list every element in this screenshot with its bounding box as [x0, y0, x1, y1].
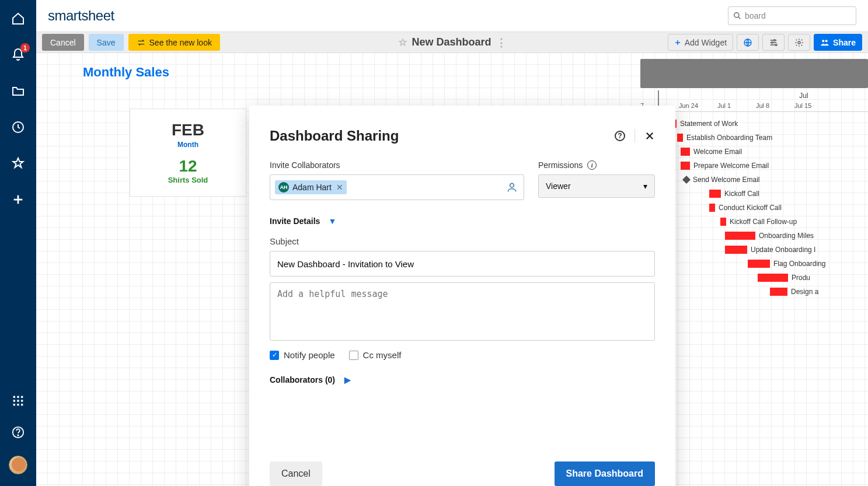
- modal-cancel-button[interactable]: Cancel: [270, 461, 322, 486]
- gantt-task-label: Kickoff Call: [724, 190, 759, 198]
- modal-share-button[interactable]: Share Dashboard: [555, 461, 655, 486]
- gantt-bar: [770, 288, 787, 296]
- notification-badge: 1: [20, 43, 30, 53]
- milestone-icon: [682, 176, 691, 184]
- svg-rect-8: [17, 404, 19, 405]
- notifications-icon[interactable]: 1: [10, 47, 26, 63]
- gantt-task-label: Produ: [792, 274, 810, 282]
- checkbox-unchecked-icon: [349, 351, 358, 360]
- invite-label: Invite Collaborators: [270, 160, 524, 170]
- svg-point-20: [510, 183, 514, 187]
- gantt-col: Jul 1: [717, 102, 750, 109]
- metric-value-sub: Shirts Sold: [136, 176, 240, 184]
- gantt-bar: [725, 246, 747, 254]
- invite-details-toggle[interactable]: Invite Details ▼: [270, 216, 655, 226]
- gantt-task-label: Update Onboarding I: [751, 246, 815, 254]
- gantt-month: Jul: [635, 92, 868, 100]
- gantt-col: Jul 8: [756, 102, 789, 109]
- modal-title: Dashboard Sharing: [270, 128, 399, 144]
- apps-icon[interactable]: [10, 393, 26, 409]
- favorites-icon[interactable]: [10, 155, 26, 172]
- svg-point-12: [734, 13, 739, 18]
- gantt-bar: [725, 232, 755, 240]
- gantt-task-label: Conduct Kickoff Call: [719, 204, 782, 212]
- metric-month-sub: Month: [136, 141, 240, 149]
- search-input[interactable]: board: [728, 6, 856, 25]
- info-icon[interactable]: i: [587, 160, 597, 170]
- dashboard-canvas[interactable]: Monthly Sales FEB Month 12 Shirts Sold J…: [36, 53, 868, 486]
- cc-checkbox[interactable]: Cc myself: [349, 350, 402, 360]
- svg-point-18: [822, 40, 824, 42]
- new-look-button[interactable]: See the new look: [128, 34, 220, 51]
- caret-down-icon: ▼: [328, 216, 336, 226]
- svg-rect-6: [21, 400, 23, 401]
- gantt-bar: [681, 148, 690, 156]
- gantt-bar: [681, 162, 690, 170]
- gantt-header-bar: [640, 59, 868, 88]
- metric-card[interactable]: FEB Month 12 Shirts Sold: [130, 109, 246, 197]
- gantt-col: Jun 24: [679, 102, 712, 109]
- help-icon[interactable]: [10, 424, 26, 440]
- gantt-task-label: Welcome Email: [693, 148, 742, 156]
- collaborators-toggle[interactable]: Collaborators (0) ▶: [270, 375, 655, 384]
- svg-point-15: [772, 41, 773, 43]
- metric-value: 12: [136, 157, 240, 176]
- recents-icon[interactable]: [10, 119, 26, 135]
- subject-input[interactable]: [270, 251, 655, 277]
- gantt-task-label: Flag Onboarding: [773, 260, 825, 268]
- dashboard-title: New Dashboard ⋮: [398, 36, 506, 49]
- svg-rect-3: [21, 396, 23, 398]
- logo: smartsheet: [48, 8, 114, 24]
- gear-icon: [794, 38, 804, 47]
- collaborator-chip[interactable]: AH Adam Hart ✕: [275, 180, 347, 194]
- svg-rect-5: [17, 400, 19, 401]
- svg-point-14: [774, 39, 776, 41]
- gantt-bar: [709, 204, 715, 212]
- modal-help-icon[interactable]: ?: [615, 131, 625, 141]
- settings-button[interactable]: [788, 34, 810, 51]
- message-input[interactable]: [270, 282, 655, 341]
- gantt-bar: [758, 274, 788, 282]
- create-icon[interactable]: [10, 191, 26, 208]
- modal-close-icon[interactable]: [644, 131, 655, 141]
- svg-rect-2: [17, 396, 19, 398]
- svg-point-19: [825, 40, 828, 42]
- gantt-task-label: Onboarding Miles: [759, 232, 814, 240]
- settings-toggle-button[interactable]: [762, 34, 785, 51]
- gantt-task-label: Prepare Welcome Email: [693, 162, 769, 170]
- invite-input[interactable]: AH Adam Hart ✕: [270, 174, 524, 200]
- notify-checkbox[interactable]: ✓ Notify people: [270, 350, 335, 360]
- permissions-select[interactable]: Viewer ▾: [538, 174, 655, 198]
- gantt-task-label: Send Welcome Email: [693, 176, 760, 184]
- sharing-modal: Dashboard Sharing ? Invite Collaborators: [249, 106, 675, 486]
- gantt-task-label: Establish Onboarding Team: [686, 134, 772, 142]
- chevron-down-icon: ▾: [643, 181, 647, 191]
- subject-label: Subject: [270, 236, 655, 246]
- permissions-label: Permissions i: [538, 160, 655, 170]
- add-widget-button[interactable]: Add Widget: [668, 34, 733, 51]
- svg-rect-1: [13, 396, 15, 398]
- gantt-bar: [748, 260, 770, 268]
- contacts-icon[interactable]: [506, 181, 518, 193]
- star-icon[interactable]: [398, 38, 407, 47]
- title-menu-icon[interactable]: ⋮: [496, 36, 507, 49]
- svg-rect-9: [21, 404, 23, 405]
- gantt-bar: [677, 134, 683, 142]
- share-button[interactable]: Share: [814, 34, 862, 51]
- save-button[interactable]: Save: [89, 34, 124, 51]
- svg-rect-4: [13, 400, 15, 401]
- gantt-task-label: Kickoff Call Follow-up: [730, 218, 797, 226]
- publish-button[interactable]: [737, 34, 759, 51]
- sliders-icon: [769, 38, 778, 47]
- metric-month: FEB: [136, 121, 240, 139]
- home-icon[interactable]: [10, 11, 26, 27]
- caret-right-icon: ▶: [344, 375, 351, 384]
- gantt-task-label: Design a: [791, 288, 818, 296]
- folder-icon[interactable]: [10, 83, 26, 99]
- chip-remove-icon[interactable]: ✕: [336, 183, 343, 192]
- cancel-button[interactable]: Cancel: [42, 34, 84, 51]
- user-avatar[interactable]: [9, 456, 27, 474]
- chip-name: Adam Hart: [292, 183, 332, 192]
- gantt-task-label: Statement of Work: [680, 120, 738, 128]
- left-nav-rail: 1: [0, 0, 36, 486]
